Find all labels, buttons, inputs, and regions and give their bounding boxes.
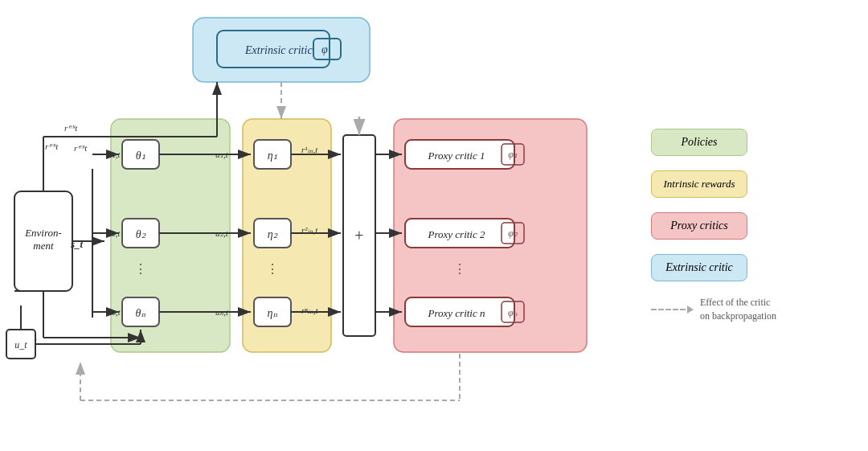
svg-text:⋮: ⋮: [266, 262, 279, 276]
svg-text:u_t: u_t: [14, 339, 27, 351]
svg-text:Proxy critic n: Proxy critic n: [428, 307, 485, 319]
svg-text:Proxy critic 1: Proxy critic 1: [428, 150, 485, 162]
legend-intrinsic-box: Intrinsic rewards: [651, 170, 747, 198]
legend-extrinsic-box: Extrinsic critic: [651, 254, 747, 281]
svg-text:θₙ: θₙ: [136, 307, 146, 319]
svg-text:rᵉˣt: rᵉˣt: [64, 123, 78, 133]
svg-text:⋮: ⋮: [134, 262, 147, 276]
svg-text:Environ-: Environ-: [24, 227, 62, 239]
svg-text:η₂: η₂: [268, 228, 278, 240]
legend: Policies Intrinsic rewards Proxy critics…: [627, 0, 868, 451]
svg-text:ment: ment: [33, 240, 54, 252]
legend-intrinsic-label: Intrinsic rewards: [664, 178, 735, 191]
svg-text:rᵉˣt: rᵉˣt: [45, 141, 59, 151]
svg-text:φ₁: φ₁: [508, 149, 518, 160]
svg-text:φₙ: φₙ: [508, 307, 518, 318]
legend-intrinsic: Intrinsic rewards: [651, 170, 844, 198]
svg-text:⋮: ⋮: [453, 262, 466, 276]
svg-text:φ₂: φ₂: [508, 228, 518, 239]
svg-text:θ₁: θ₁: [136, 150, 146, 162]
legend-effect-row: Effect of the critic on backpropagation: [651, 296, 844, 323]
svg-text:ηₙ: ηₙ: [267, 307, 277, 319]
diagram-area: Extrinsic critic φ Environ- ment θ₁ θ₂ θ…: [0, 0, 627, 451]
legend-extrinsic: Extrinsic critic: [651, 254, 844, 281]
svg-text:η₁: η₁: [268, 150, 278, 162]
legend-proxy: Proxy critics: [651, 212, 844, 240]
svg-text:rᵉˣt: rᵉˣt: [74, 143, 88, 153]
svg-text:Extrinsic critic: Extrinsic critic: [244, 44, 313, 56]
legend-policies-box: Policies: [651, 129, 747, 156]
svg-text:s_t: s_t: [70, 238, 84, 250]
svg-text:rⁿᵢₙ,t: rⁿᵢₙ,t: [301, 305, 318, 315]
svg-text:r¹ᵢₙ,t: r¹ᵢₙ,t: [301, 145, 318, 154]
legend-proxy-label: Proxy critics: [670, 219, 727, 232]
legend-extrinsic-label: Extrinsic critic: [665, 261, 733, 274]
legend-policies-label: Policies: [681, 136, 717, 149]
dashed-arrow-icon: [651, 305, 694, 314]
legend-proxy-box: Proxy critics: [651, 212, 747, 240]
legend-policies: Policies: [651, 129, 844, 156]
svg-text:+: +: [354, 227, 363, 244]
effect-label: Effect of the critic on backpropagation: [700, 296, 776, 323]
svg-text:φ: φ: [321, 43, 328, 55]
svg-text:Proxy critic 2: Proxy critic 2: [428, 228, 485, 240]
svg-text:θ₂: θ₂: [136, 228, 146, 240]
